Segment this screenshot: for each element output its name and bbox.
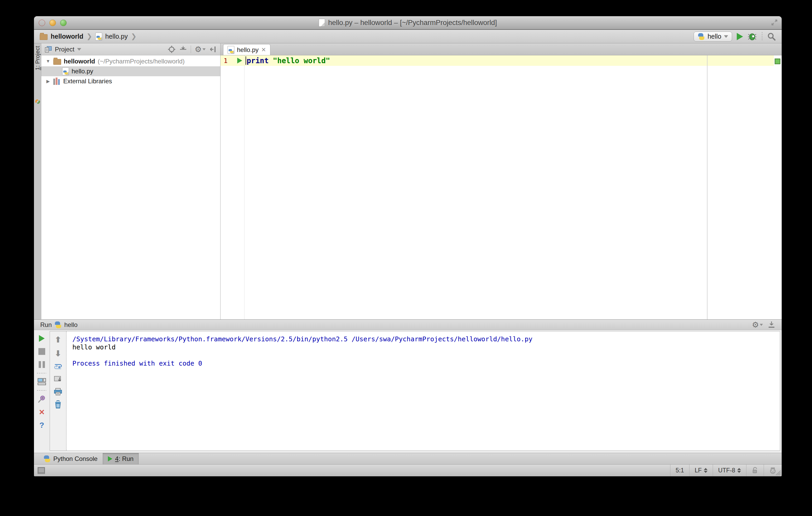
updown-icon	[704, 468, 707, 473]
run-toolbar: hello	[694, 32, 776, 41]
clear-all-icon[interactable]	[54, 400, 62, 409]
window-title-group: hello.py – helloworld – [~/PycharmProjec…	[34, 19, 782, 27]
python-console-tab[interactable]: Python Console	[38, 453, 103, 464]
pause-output-button[interactable]	[39, 360, 45, 369]
close-window-button[interactable]	[39, 20, 45, 26]
console-output[interactable]: /System/Library/Frameworks/Python.framew…	[67, 331, 780, 451]
chevron-down-icon	[724, 35, 728, 38]
python-icon	[698, 33, 705, 40]
up-stack-trace-icon[interactable]: ⬆	[55, 335, 61, 344]
folder-icon	[40, 34, 48, 40]
run-configuration-select[interactable]: hello	[694, 32, 732, 41]
stop-button[interactable]	[38, 347, 45, 356]
run-line-icon[interactable]	[237, 58, 242, 63]
gutter-line-1: 1	[221, 55, 244, 66]
project-tool-window-button[interactable]: 1: Project	[34, 46, 41, 70]
rerun-button[interactable]	[39, 334, 45, 343]
toolbar-separator	[37, 390, 47, 391]
print-icon[interactable]	[54, 388, 62, 396]
hide-panel-icon[interactable]	[209, 45, 217, 53]
tab-label: Python Console	[53, 455, 97, 462]
editor-tab-hello-py[interactable]: hello.py ✕	[223, 44, 270, 55]
pycharm-tool-icon	[35, 99, 40, 104]
chevron-right-icon: ❯	[131, 32, 137, 40]
project-panel-header: Project ⚙	[41, 43, 220, 55]
console-line	[72, 351, 780, 359]
down-stack-trace-icon[interactable]: ⬇	[55, 349, 61, 358]
code-string: "hello world"	[273, 56, 330, 65]
toolbar-separator	[762, 32, 762, 41]
tab-label: 4: Run	[115, 455, 134, 462]
tree-row-external-libraries[interactable]: ▶ External Libraries	[41, 76, 220, 86]
right-margin-line	[707, 55, 707, 320]
python-icon	[54, 321, 62, 329]
run-tab[interactable]: 4: Run	[103, 453, 139, 464]
tree-node-path: (~/PycharmProjects/helloworld)	[98, 58, 185, 65]
search-everywhere-icon[interactable]	[767, 32, 776, 41]
expanded-triangle-icon[interactable]: ▼	[46, 59, 51, 64]
toggle-toolwindow-bars-icon[interactable]	[38, 467, 45, 474]
pin-tab-icon[interactable]	[38, 394, 46, 404]
main-area: 1: Project Project	[34, 43, 782, 320]
title-bar: hello.py – helloworld – [~/PycharmProjec…	[34, 16, 782, 30]
chevron-down-icon[interactable]	[77, 48, 81, 51]
text-caret	[245, 56, 246, 65]
run-config-name: hello	[64, 321, 78, 329]
fullscreen-icon[interactable]	[771, 19, 778, 26]
minimize-window-button[interactable]	[49, 20, 56, 26]
project-tool-window: Project ⚙ ▼	[41, 43, 221, 320]
window-title: hello.py – helloworld – [~/PycharmProjec…	[328, 19, 497, 27]
scroll-to-end-icon[interactable]	[54, 375, 62, 383]
breadcrumb: helloworld ❯ hello.py ❯	[40, 32, 137, 40]
resize-grip-icon[interactable]	[776, 470, 781, 476]
hide-panel-down-icon[interactable]	[767, 321, 776, 329]
traffic-lights	[39, 20, 67, 26]
help-icon[interactable]: ?	[39, 420, 44, 430]
zoom-window-button[interactable]	[60, 20, 67, 26]
editor-gutter: 1	[221, 55, 244, 320]
settings-gear-icon[interactable]: ⚙	[752, 321, 763, 329]
locate-file-icon[interactable]	[168, 45, 176, 53]
tab-label: hello.py	[237, 46, 259, 54]
collapsed-triangle-icon[interactable]: ▶	[46, 79, 51, 84]
console-line: hello world	[72, 343, 780, 351]
line-ending-widget[interactable]: LF	[689, 464, 713, 476]
collapse-all-icon[interactable]	[179, 45, 187, 53]
editor-area: hello.py ✕ 1 print "hello world"	[221, 43, 782, 320]
navigation-bar: helloworld ❯ hello.py ❯ hello	[34, 30, 782, 43]
libraries-icon	[53, 78, 61, 85]
pycharm-window: hello.py – helloworld – [~/PycharmProjec…	[34, 16, 782, 476]
run-tool-window: Run hello ⚙	[34, 320, 782, 453]
breadcrumb-file[interactable]: hello.py	[105, 33, 128, 40]
run-configuration-label: hello	[707, 33, 721, 40]
run-button[interactable]	[737, 33, 743, 40]
encoding-widget[interactable]: UTF-8	[713, 464, 746, 476]
console-line: /System/Library/Frameworks/Python.framew…	[72, 335, 780, 343]
caret-position-widget[interactable]: 5:1	[670, 464, 689, 476]
editor-body[interactable]: 1 print "hello world"	[221, 55, 782, 320]
code-line-1[interactable]: print "hello world"	[244, 55, 774, 66]
editor-tab-bar: hello.py ✕	[221, 43, 782, 55]
tree-row-hello-py[interactable]: hello.py	[41, 66, 220, 76]
python-file-icon	[228, 46, 234, 54]
inspection-status-indicator[interactable]	[775, 59, 780, 64]
soft-wrap-icon[interactable]	[54, 363, 62, 370]
tree-row-project-root[interactable]: ▼ helloworld (~/PycharmProjects/hellowor…	[41, 56, 220, 66]
folder-icon	[53, 59, 61, 65]
code-area[interactable]: print "hello world"	[244, 55, 774, 320]
close-panel-icon[interactable]: ✕	[39, 407, 45, 417]
settings-gear-icon[interactable]: ⚙	[195, 45, 206, 53]
breadcrumb-project[interactable]: helloworld	[51, 33, 83, 40]
readonly-lock-icon[interactable]	[746, 464, 764, 476]
line-number: 1	[224, 57, 228, 64]
close-tab-icon[interactable]: ✕	[261, 47, 266, 53]
console-layout-icon[interactable]	[37, 377, 46, 387]
project-panel-title[interactable]: Project	[55, 46, 75, 53]
python-file-icon	[62, 67, 69, 75]
run-toolbar-left: ✕ ?	[34, 331, 50, 451]
run-panel-header: Run hello ⚙	[34, 320, 782, 330]
python-console-icon	[44, 455, 51, 462]
chevron-right-icon: ❯	[86, 32, 92, 40]
toolbar-separator	[37, 373, 47, 373]
debug-button[interactable]	[748, 32, 757, 41]
